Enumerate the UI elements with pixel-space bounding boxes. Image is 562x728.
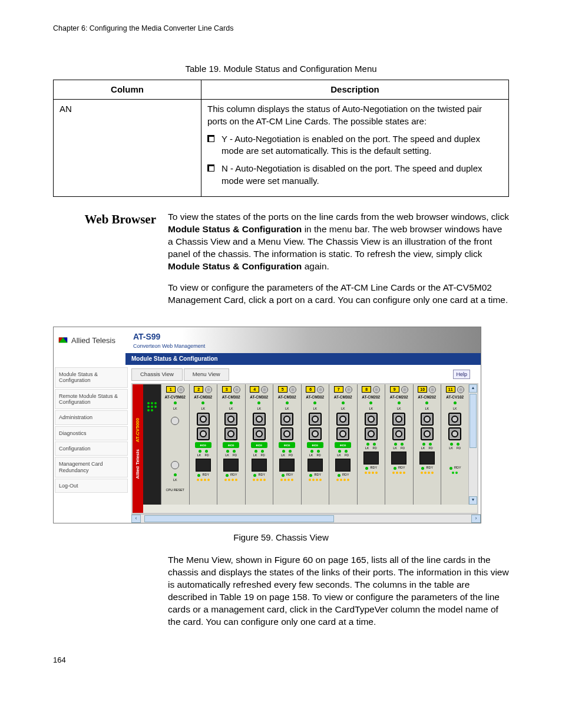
fan-icon bbox=[345, 386, 352, 393]
fiber-port-icon[interactable] bbox=[336, 427, 349, 440]
lk-label: LK bbox=[253, 453, 257, 457]
scroll-down-icon[interactable]: ▾ bbox=[469, 496, 477, 505]
scroll-left-icon[interactable]: ‹ bbox=[131, 515, 141, 523]
slot-3[interactable]: 3AT-CM302LKecoLKFDRDY bbox=[217, 384, 246, 505]
led-icon bbox=[392, 472, 395, 474]
help-button[interactable]: Help bbox=[453, 370, 470, 379]
nav-administration[interactable]: Administration bbox=[55, 410, 128, 424]
vertical-scrollbar[interactable]: ▴ ▾ bbox=[468, 384, 477, 505]
rj45-port-icon[interactable] bbox=[308, 459, 323, 472]
fiber-port-icon[interactable] bbox=[224, 413, 237, 426]
led-icon bbox=[449, 467, 452, 470]
scroll-up-icon[interactable]: ▴ bbox=[469, 384, 477, 393]
paragraph: To view the states of the ports on the l… bbox=[168, 211, 509, 273]
slot-7[interactable]: 7AT-CM302LKecoLKFDRDY bbox=[329, 384, 358, 505]
fiber-port-icon[interactable] bbox=[336, 413, 349, 426]
rj45-port-icon[interactable] bbox=[419, 452, 435, 465]
fiber-port-icon[interactable] bbox=[280, 427, 293, 440]
slot-11[interactable]: 11AT-CV102LKLKFDRDY bbox=[441, 384, 470, 505]
slot-2[interactable]: 2AT-CM302LKecoLKFDRDY bbox=[190, 384, 218, 505]
fiber-port-icon[interactable] bbox=[448, 427, 461, 440]
nav-logout[interactable]: Log-Out bbox=[55, 479, 128, 493]
rj45-port-icon[interactable] bbox=[252, 459, 267, 472]
led-icon bbox=[394, 467, 396, 470]
fd-label: FD bbox=[457, 446, 461, 450]
rj45-port-icon[interactable] bbox=[223, 459, 239, 472]
fiber-port-icon[interactable] bbox=[197, 427, 210, 440]
slot-number: 11 bbox=[446, 386, 455, 393]
slot-number: 10 bbox=[418, 386, 427, 393]
led-icon bbox=[309, 479, 311, 481]
fiber-port-icon[interactable] bbox=[197, 413, 210, 426]
slot-4[interactable]: 4AT-CM302LKecoLKFDRDY bbox=[246, 384, 274, 505]
fiber-port-icon[interactable] bbox=[448, 413, 461, 426]
chassis-rail: AT-CV5000 Allied Telesis bbox=[133, 384, 143, 513]
slot-type-label: AT-CM302 bbox=[273, 395, 301, 400]
nav-remote-module-status[interactable]: Remote Module Status & Configuration bbox=[55, 389, 128, 410]
led-icon bbox=[431, 472, 434, 474]
led-icon bbox=[342, 401, 345, 404]
led-icon bbox=[422, 443, 425, 446]
led-icon bbox=[310, 450, 313, 453]
led-icon bbox=[207, 479, 210, 481]
rail-label-brand: Allied Telesis bbox=[135, 449, 141, 479]
led-icon bbox=[226, 474, 229, 477]
fiber-port-icon[interactable] bbox=[392, 427, 405, 440]
fiber-port-icon[interactable] bbox=[253, 413, 266, 426]
led-icon bbox=[261, 450, 264, 453]
tab-chassis-view[interactable]: Chassis View bbox=[131, 368, 183, 381]
rdy-label: RDY bbox=[258, 473, 265, 477]
rj45-port-icon[interactable] bbox=[335, 459, 351, 472]
fiber-port-icon[interactable] bbox=[253, 427, 266, 440]
led-icon bbox=[282, 474, 285, 477]
fiber-port-icon[interactable] bbox=[365, 413, 378, 426]
led-icon bbox=[263, 479, 266, 481]
nav-module-status[interactable]: Module Status & Configuration bbox=[55, 367, 128, 388]
led-icon bbox=[477, 467, 478, 470]
slot-9[interactable]: 9AT-CM202LKLKFDRDY bbox=[385, 384, 414, 505]
fiber-port-icon[interactable] bbox=[280, 413, 293, 426]
led-icon bbox=[253, 479, 255, 481]
table-header-column: Column bbox=[54, 80, 201, 100]
fiber-port-icon[interactable] bbox=[224, 427, 237, 440]
mgmt-port-icon[interactable] bbox=[171, 461, 179, 469]
led-icon bbox=[284, 479, 286, 481]
fiber-port-icon[interactable] bbox=[421, 427, 434, 440]
rj45-port-icon[interactable] bbox=[196, 459, 211, 472]
fiber-port-icon[interactable] bbox=[309, 413, 322, 426]
slot-number: 8 bbox=[362, 386, 371, 393]
tab-menu-view[interactable]: Menu View bbox=[184, 368, 229, 381]
rj45-port-icon[interactable] bbox=[391, 452, 406, 465]
slot-1[interactable]: 1AT-CV5M02LKLKCPU RESET bbox=[161, 384, 190, 505]
figure-caption: Figure 59. Chassis View bbox=[53, 532, 509, 543]
scroll-thumb[interactable] bbox=[470, 394, 477, 448]
nav-configuration[interactable]: Configuration bbox=[55, 442, 128, 456]
console-slot[interactable] bbox=[143, 384, 161, 505]
fiber-port-icon[interactable] bbox=[365, 427, 378, 440]
nav-mgmt-card-redundancy[interactable]: Management Card Redundancy bbox=[55, 457, 128, 477]
led-icon bbox=[424, 472, 427, 474]
rj45-port-icon[interactable] bbox=[279, 459, 295, 472]
slot-8[interactable]: 8AT-CM202LKLKFDRDY bbox=[358, 384, 386, 505]
fiber-port-icon[interactable] bbox=[421, 413, 434, 426]
led-icon bbox=[200, 479, 203, 481]
slot-6[interactable]: 6AT-CM302LKecoLKFDRDY bbox=[302, 384, 330, 505]
horizontal-scrollbar[interactable]: ‹ › bbox=[131, 514, 481, 523]
fan-icon bbox=[429, 386, 436, 393]
slot-number: 2 bbox=[194, 386, 203, 393]
scroll-right-icon[interactable]: › bbox=[471, 515, 481, 523]
slot-5[interactable]: 5AT-CM302LKecoLKFDRDY bbox=[273, 384, 302, 505]
mgmt-port-icon[interactable] bbox=[171, 417, 179, 425]
fan-icon bbox=[317, 386, 324, 393]
fiber-port-icon[interactable] bbox=[392, 413, 405, 426]
desc-intro: This column displays the status of Auto-… bbox=[207, 103, 503, 127]
fan-icon bbox=[177, 386, 184, 393]
fd-label: FD bbox=[428, 446, 432, 450]
fan-icon bbox=[233, 386, 240, 393]
table-caption: Table 19. Module Status and Configuratio… bbox=[53, 63, 509, 75]
nav-diagnostics[interactable]: Diagnostics bbox=[55, 426, 128, 440]
fiber-port-icon[interactable] bbox=[309, 427, 322, 440]
scroll-thumb[interactable] bbox=[144, 515, 334, 522]
slot-10[interactable]: 10AT-CM202LKLKFDRDY bbox=[414, 384, 442, 505]
rj45-port-icon[interactable] bbox=[363, 452, 379, 465]
